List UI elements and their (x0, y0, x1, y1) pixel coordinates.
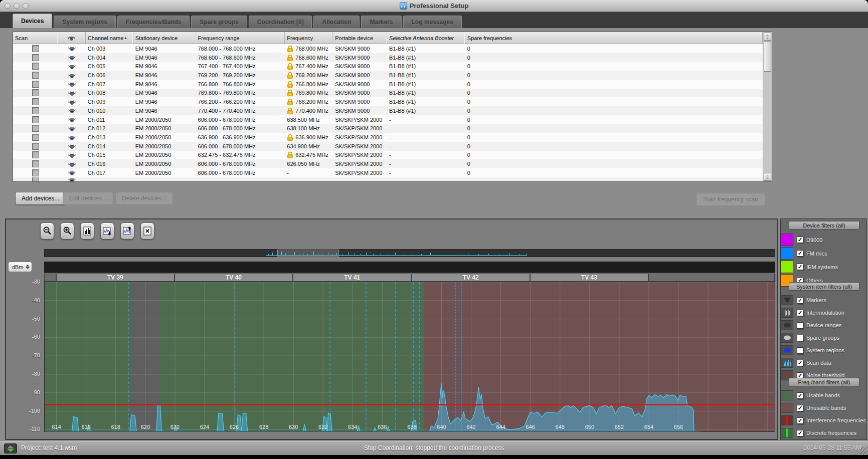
column-header-scan[interactable]: Scan (13, 32, 58, 44)
scroll-down-icon[interactable]: ⇩ (764, 173, 771, 181)
table-row[interactable]: Ch 017EM 2000/2050606.000 - 678.000 MHz-… (13, 168, 763, 177)
table-row[interactable]: Ch 013EM 2000/2050636.900 - 636.900 MHz6… (13, 133, 763, 142)
column-header-stationary-device[interactable]: Stationary device (133, 32, 196, 44)
filter-checkbox[interactable]: ✓ (797, 392, 803, 399)
delete-devices-button[interactable]: Delete devices... (115, 192, 173, 205)
eye-icon[interactable] (68, 177, 76, 181)
eye-icon[interactable] (68, 125, 76, 132)
edit-devices-button[interactable]: Edit devices... (63, 192, 113, 205)
scroll-up-icon[interactable]: ⇧ (764, 33, 771, 41)
device-filters-button[interactable]: Device filters (all) (789, 221, 859, 230)
table-row[interactable]: Ch 014EM 2000/2050606.000 - 678.000 MHz6… (13, 142, 763, 151)
filter-checkbox[interactable]: ✓ (797, 250, 803, 257)
tab-coordination-0-[interactable]: Coordination [0] (249, 16, 312, 28)
unit-dropdown[interactable]: dBm (8, 262, 32, 272)
scan-checkbox[interactable] (32, 98, 39, 105)
table-row[interactable]: Ch 010EM 9046770.400 - 770.400 MHz770.40… (13, 106, 763, 115)
scan-checkbox[interactable] (32, 116, 39, 123)
tab-log-messages[interactable]: Log messages (403, 16, 462, 28)
eye-icon[interactable] (68, 143, 76, 149)
scan-checkbox[interactable] (32, 169, 39, 176)
table-row[interactable]: Ch 016EM 2000/2050606.000 - 678.000 MHz6… (13, 159, 763, 168)
tab-system-regions[interactable]: System regions (54, 16, 115, 28)
filter-checkbox[interactable]: ✓ (797, 264, 803, 270)
scan-checkbox[interactable] (32, 143, 39, 150)
zoom-out-button[interactable] (40, 222, 54, 240)
column-header-frequency[interactable]: Frequency (285, 32, 333, 44)
filter-checkbox[interactable]: ✓ (797, 237, 803, 243)
table-row[interactable]: Ch 007EM 9046766.800 - 766.800 MHz766.80… (13, 80, 763, 89)
eye-icon[interactable] (68, 161, 76, 167)
table-row[interactable]: Ch 011EM 2000/2050606.000 - 678.000 MHz6… (13, 115, 763, 124)
scan-export-button[interactable] (120, 222, 134, 240)
tab-allocation[interactable]: Allocation (313, 16, 360, 28)
tab-frequencies-bands[interactable]: Frequencies/Bands (117, 16, 190, 28)
filter-checkbox[interactable]: ✓ (797, 417, 803, 424)
table-row[interactable]: Ch 004EM 9046768.600 - 768.600 MHz768.60… (13, 53, 763, 62)
filter-checkbox[interactable] (797, 347, 803, 354)
table-row-partial[interactable] (13, 177, 763, 181)
scan-checkbox[interactable] (32, 125, 39, 132)
scan-checkbox[interactable] (32, 72, 39, 79)
zoom-in-button[interactable] (60, 222, 74, 240)
system-item-filters-button[interactable]: System item filters (all) (789, 282, 859, 291)
table-scrollbar[interactable]: ⇧ ⇩ (763, 32, 772, 181)
filter-checkbox[interactable]: ✓ (797, 360, 803, 366)
column-header-selective-antenna-booster[interactable]: Selective Antenna Booster (387, 32, 465, 44)
freq-band-filters-button[interactable]: Freq./band filters (all) (789, 378, 859, 386)
column-header-visibility[interactable] (58, 32, 86, 44)
column-header-frequency-range[interactable]: Frequency range (196, 32, 285, 44)
scan-checkbox[interactable] (32, 151, 39, 158)
filter-checkbox[interactable] (797, 335, 803, 341)
table-row[interactable]: Ch 015EM 2000/2050632.475 - 632.475 MHz6… (13, 151, 763, 160)
eye-icon[interactable] (68, 90, 76, 96)
table-row[interactable]: Ch 003EM 9046768.000 - 768.000 MHz768.00… (13, 44, 763, 53)
eye-icon[interactable] (68, 152, 76, 158)
filter-checkbox[interactable]: ✓ (797, 310, 803, 316)
tab-markers[interactable]: Markers (361, 16, 401, 28)
scan-checkbox[interactable] (32, 89, 39, 96)
scan-checkbox[interactable] (32, 54, 39, 61)
eye-icon[interactable] (68, 54, 76, 61)
scan-checkbox[interactable] (32, 81, 39, 88)
table-row[interactable]: Ch 012EM 2000/2050606.000 - 678.000 MHz6… (13, 124, 763, 133)
start-frequency-scan-button[interactable]: Start frequency scan (696, 193, 765, 206)
scan-checkbox[interactable] (32, 134, 39, 141)
table-row[interactable]: Ch 006EM 9046769.200 - 769.200 MHz769.20… (13, 71, 763, 80)
zoom-button[interactable] (23, 3, 29, 9)
filter-checkbox[interactable]: ✓ (797, 430, 803, 436)
scan-checkbox[interactable] (32, 107, 39, 114)
scrollbar-thumb[interactable] (764, 42, 771, 72)
chart-report-button[interactable] (80, 222, 94, 240)
table-row[interactable]: Ch 005EM 9046767.400 - 767.400 MHz767.40… (13, 62, 763, 71)
clear-scan-button[interactable] (140, 222, 154, 240)
scan-checkbox[interactable] (32, 177, 39, 181)
tab-spare-groups[interactable]: Spare groups (191, 16, 247, 28)
overview-selection-window[interactable] (277, 250, 338, 257)
column-header-portable-device[interactable]: Portable device (333, 32, 387, 44)
eye-icon[interactable] (68, 116, 76, 123)
eye-icon[interactable] (68, 99, 76, 105)
eye-icon[interactable] (68, 169, 76, 176)
table-row[interactable]: Ch 008EM 9046769.800 - 769.800 MHz769.80… (13, 89, 763, 98)
eye-icon[interactable] (68, 134, 76, 141)
eye-icon[interactable] (68, 45, 76, 52)
add-devices-button[interactable]: Add devices... (15, 192, 66, 205)
eye-icon[interactable] (68, 72, 76, 79)
eye-icon[interactable] (68, 107, 76, 114)
scan-checkbox[interactable] (32, 63, 39, 70)
close-button[interactable] (5, 3, 11, 9)
minimize-button[interactable] (14, 3, 20, 9)
table-row[interactable]: Ch 009EM 9046766.200 - 766.200 MHz766.20… (13, 97, 763, 106)
scan-checkbox[interactable] (32, 45, 39, 52)
column-header-channel-name[interactable]: Channel name▲ (86, 32, 133, 44)
column-header-spare-frequencies[interactable]: Spare frequencies (465, 32, 763, 44)
eye-icon[interactable] (68, 81, 76, 87)
filter-checkbox[interactable]: ✓ (797, 297, 803, 304)
filter-checkbox[interactable]: ✓ (797, 405, 803, 411)
filter-checkbox[interactable] (797, 322, 803, 329)
tab-devices[interactable]: Devices (13, 14, 52, 28)
scan-checkbox[interactable] (32, 160, 39, 167)
eye-icon[interactable] (68, 63, 76, 70)
scan-import-button[interactable] (100, 222, 114, 240)
